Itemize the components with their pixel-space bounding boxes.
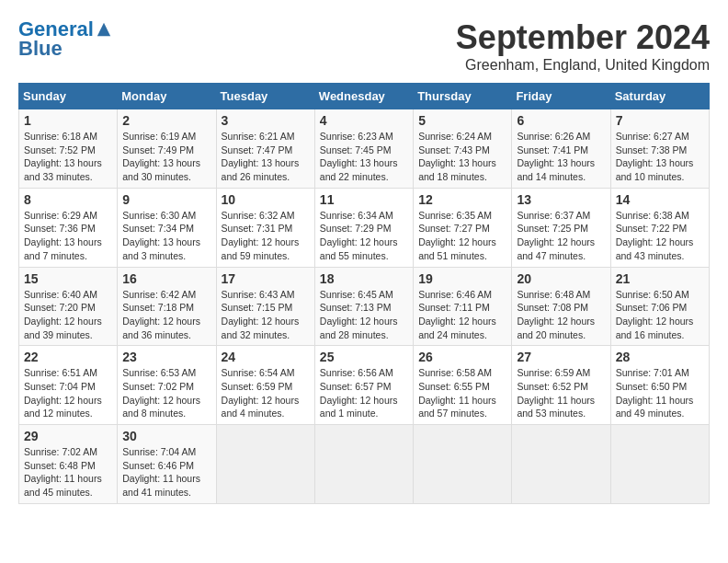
table-row: 16Sunrise: 6:42 AM Sunset: 7:18 PM Dayli… xyxy=(118,267,216,346)
day-info: Sunrise: 6:43 AM Sunset: 7:15 PM Dayligh… xyxy=(222,288,310,342)
col-monday: Monday xyxy=(118,84,216,109)
calendar-week-1: 1Sunrise: 6:18 AM Sunset: 7:52 PM Daylig… xyxy=(19,109,710,189)
day-info: Sunrise: 6:42 AM Sunset: 7:18 PM Dayligh… xyxy=(122,288,210,342)
day-number: 13 xyxy=(517,192,605,207)
calendar-week-2: 8Sunrise: 6:29 AM Sunset: 7:36 PM Daylig… xyxy=(19,188,710,267)
day-info: Sunrise: 6:45 AM Sunset: 7:13 PM Dayligh… xyxy=(320,288,408,342)
table-row xyxy=(314,425,413,504)
day-info: Sunrise: 6:46 AM Sunset: 7:11 PM Dayligh… xyxy=(418,288,506,342)
day-info: Sunrise: 7:02 AM Sunset: 6:48 PM Dayligh… xyxy=(24,445,112,500)
header: General Blue September 2024 Greenham, En… xyxy=(18,18,710,74)
day-number: 27 xyxy=(517,350,605,364)
day-number: 6 xyxy=(517,113,605,128)
day-info: Sunrise: 6:38 AM Sunset: 7:22 PM Dayligh… xyxy=(616,209,704,263)
day-number: 26 xyxy=(418,350,506,364)
col-thursday: Thursday xyxy=(414,84,512,109)
table-row: 24Sunrise: 6:54 AM Sunset: 6:59 PM Dayli… xyxy=(216,346,314,425)
table-row: 30Sunrise: 7:04 AM Sunset: 6:46 PM Dayli… xyxy=(118,425,216,504)
day-info: Sunrise: 6:18 AM Sunset: 7:52 PM Dayligh… xyxy=(24,130,112,184)
table-row: 20Sunrise: 6:48 AM Sunset: 7:08 PM Dayli… xyxy=(512,267,610,346)
table-row: 9Sunrise: 6:30 AM Sunset: 7:34 PM Daylig… xyxy=(118,188,216,267)
day-number: 25 xyxy=(320,350,408,364)
logo: General Blue xyxy=(18,18,112,61)
day-number: 15 xyxy=(24,271,112,286)
day-number: 3 xyxy=(222,113,310,128)
day-number: 22 xyxy=(24,350,112,364)
day-number: 4 xyxy=(320,113,408,128)
title-block: September 2024 Greenham, England, United… xyxy=(456,18,710,74)
day-number: 19 xyxy=(418,271,506,286)
calendar-week-4: 22Sunrise: 6:51 AM Sunset: 7:04 PM Dayli… xyxy=(19,346,710,425)
table-row: 29Sunrise: 7:02 AM Sunset: 6:48 PM Dayli… xyxy=(19,425,118,504)
table-row: 21Sunrise: 6:50 AM Sunset: 7:06 PM Dayli… xyxy=(610,267,709,346)
day-info: Sunrise: 6:19 AM Sunset: 7:49 PM Dayligh… xyxy=(122,130,210,184)
day-info: Sunrise: 7:04 AM Sunset: 6:46 PM Dayligh… xyxy=(122,445,210,500)
table-row xyxy=(216,425,314,504)
day-info: Sunrise: 6:35 AM Sunset: 7:27 PM Dayligh… xyxy=(418,209,506,263)
day-info: Sunrise: 6:23 AM Sunset: 7:45 PM Dayligh… xyxy=(320,130,408,184)
day-number: 28 xyxy=(616,350,704,364)
table-row: 17Sunrise: 6:43 AM Sunset: 7:15 PM Dayli… xyxy=(216,267,314,346)
table-row: 22Sunrise: 6:51 AM Sunset: 7:04 PM Dayli… xyxy=(19,346,118,425)
day-info: Sunrise: 6:30 AM Sunset: 7:34 PM Dayligh… xyxy=(122,209,210,263)
day-info: Sunrise: 6:34 AM Sunset: 7:29 PM Dayligh… xyxy=(320,209,408,263)
table-row xyxy=(610,425,709,504)
day-info: Sunrise: 6:58 AM Sunset: 6:55 PM Dayligh… xyxy=(418,366,506,420)
day-info: Sunrise: 6:50 AM Sunset: 7:06 PM Dayligh… xyxy=(616,288,704,342)
table-row: 10Sunrise: 6:32 AM Sunset: 7:31 PM Dayli… xyxy=(216,188,314,267)
table-row: 23Sunrise: 6:53 AM Sunset: 7:02 PM Dayli… xyxy=(118,346,216,425)
day-number: 1 xyxy=(24,113,112,128)
day-info: Sunrise: 6:29 AM Sunset: 7:36 PM Dayligh… xyxy=(24,209,112,263)
table-row: 18Sunrise: 6:45 AM Sunset: 7:13 PM Dayli… xyxy=(314,267,413,346)
table-row xyxy=(414,425,512,504)
table-row: 28Sunrise: 7:01 AM Sunset: 6:50 PM Dayli… xyxy=(610,346,709,425)
table-row: 14Sunrise: 6:38 AM Sunset: 7:22 PM Dayli… xyxy=(610,188,709,267)
day-number: 8 xyxy=(24,192,112,207)
day-info: Sunrise: 6:48 AM Sunset: 7:08 PM Dayligh… xyxy=(517,288,605,342)
day-number: 30 xyxy=(122,429,210,443)
table-row: 19Sunrise: 6:46 AM Sunset: 7:11 PM Dayli… xyxy=(414,267,512,346)
day-info: Sunrise: 6:21 AM Sunset: 7:47 PM Dayligh… xyxy=(222,130,310,184)
col-tuesday: Tuesday xyxy=(216,84,314,109)
page-subtitle: Greenham, England, United Kingdom xyxy=(456,57,710,74)
day-number: 2 xyxy=(122,113,210,128)
day-info: Sunrise: 6:26 AM Sunset: 7:41 PM Dayligh… xyxy=(517,130,605,184)
table-row: 15Sunrise: 6:40 AM Sunset: 7:20 PM Dayli… xyxy=(19,267,118,346)
day-info: Sunrise: 6:59 AM Sunset: 6:52 PM Dayligh… xyxy=(517,366,605,420)
col-friday: Friday xyxy=(512,84,610,109)
day-info: Sunrise: 6:32 AM Sunset: 7:31 PM Dayligh… xyxy=(222,209,310,263)
day-info: Sunrise: 7:01 AM Sunset: 6:50 PM Dayligh… xyxy=(616,366,704,420)
day-number: 12 xyxy=(418,192,506,207)
page-title: September 2024 xyxy=(456,18,710,57)
table-row: 5Sunrise: 6:24 AM Sunset: 7:43 PM Daylig… xyxy=(414,109,512,189)
day-number: 29 xyxy=(24,429,112,443)
day-number: 16 xyxy=(122,271,210,286)
table-row: 4Sunrise: 6:23 AM Sunset: 7:45 PM Daylig… xyxy=(314,109,413,189)
table-row: 6Sunrise: 6:26 AM Sunset: 7:41 PM Daylig… xyxy=(512,109,610,189)
day-info: Sunrise: 6:27 AM Sunset: 7:38 PM Dayligh… xyxy=(616,130,704,184)
day-number: 17 xyxy=(222,271,310,286)
svg-marker-0 xyxy=(97,23,110,36)
table-row: 2Sunrise: 6:19 AM Sunset: 7:49 PM Daylig… xyxy=(118,109,216,189)
table-row: 11Sunrise: 6:34 AM Sunset: 7:29 PM Dayli… xyxy=(314,188,413,267)
day-number: 18 xyxy=(320,271,408,286)
calendar-table: Sunday Monday Tuesday Wednesday Thursday… xyxy=(18,83,710,504)
table-row: 12Sunrise: 6:35 AM Sunset: 7:27 PM Dayli… xyxy=(414,188,512,267)
day-number: 23 xyxy=(122,350,210,364)
table-row: 26Sunrise: 6:58 AM Sunset: 6:55 PM Dayli… xyxy=(414,346,512,425)
logo-icon xyxy=(96,21,112,38)
calendar-week-5: 29Sunrise: 7:02 AM Sunset: 6:48 PM Dayli… xyxy=(19,425,710,504)
col-saturday: Saturday xyxy=(610,84,709,109)
day-info: Sunrise: 6:54 AM Sunset: 6:59 PM Dayligh… xyxy=(222,366,310,420)
calendar-week-3: 15Sunrise: 6:40 AM Sunset: 7:20 PM Dayli… xyxy=(19,267,710,346)
day-number: 21 xyxy=(616,271,704,286)
day-info: Sunrise: 6:37 AM Sunset: 7:25 PM Dayligh… xyxy=(517,209,605,263)
col-sunday: Sunday xyxy=(19,84,118,109)
day-number: 14 xyxy=(616,192,704,207)
table-row: 3Sunrise: 6:21 AM Sunset: 7:47 PM Daylig… xyxy=(216,109,314,189)
day-number: 24 xyxy=(222,350,310,364)
day-number: 7 xyxy=(616,113,704,128)
day-number: 11 xyxy=(320,192,408,207)
day-info: Sunrise: 6:40 AM Sunset: 7:20 PM Dayligh… xyxy=(24,288,112,342)
day-info: Sunrise: 6:53 AM Sunset: 7:02 PM Dayligh… xyxy=(122,366,210,420)
